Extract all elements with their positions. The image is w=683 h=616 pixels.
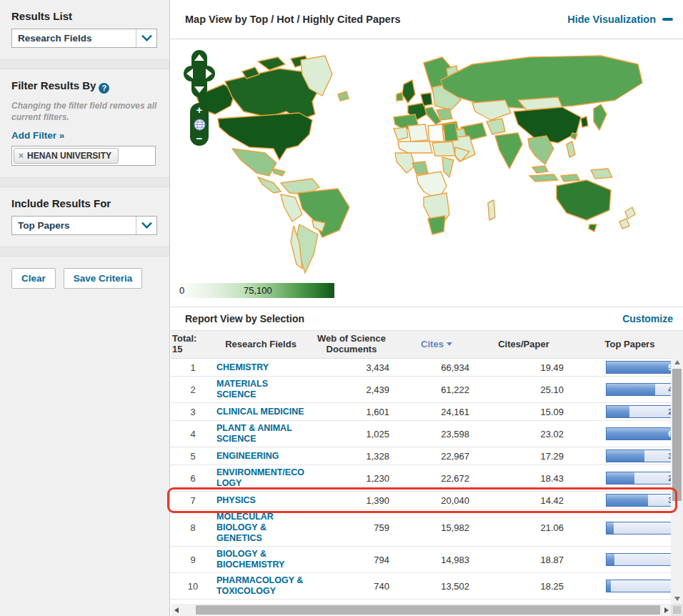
row-docs: 1,025 bbox=[306, 421, 397, 447]
table-row: 5 ENGINEERING 1,328 22,967 17.29 33 bbox=[171, 447, 683, 465]
row-cites: 20,040 bbox=[397, 492, 477, 510]
row-cpp: 19.49 bbox=[477, 359, 571, 377]
results-list-section: Results List Research Fields bbox=[0, 0, 169, 59]
zoom-out-button[interactable]: − bbox=[196, 134, 203, 144]
egypt-shape bbox=[444, 123, 458, 141]
field-link[interactable]: MATERIALS SCIENCE bbox=[216, 379, 305, 400]
report-view-title: Report View by Selection bbox=[185, 313, 304, 324]
east-africa-shape bbox=[442, 157, 454, 177]
row-rank: 10 bbox=[171, 573, 215, 600]
scroll-down-arrow[interactable] bbox=[671, 594, 683, 604]
table-row: 2 MATERIALS SCIENCE 2,439 61,222 25.10 4… bbox=[171, 377, 683, 403]
pan-up-icon[interactable] bbox=[194, 54, 204, 61]
field-link[interactable]: PLANT & ANIMAL SCIENCE bbox=[216, 423, 305, 444]
row-docs: 1,230 bbox=[306, 465, 397, 492]
field-link[interactable]: BIOLOGY & BIOCHEMISTRY bbox=[216, 549, 305, 570]
minus-icon bbox=[662, 18, 673, 21]
field-link[interactable]: CLINICAL MEDICINE bbox=[216, 407, 305, 417]
row-rank: 1 bbox=[171, 359, 215, 377]
field-link[interactable]: ENGINEERING bbox=[216, 451, 305, 462]
chevron-down-icon[interactable] bbox=[136, 29, 156, 47]
row-rank: 6 bbox=[171, 465, 215, 492]
field-link[interactable]: MOLECULAR BIOLOGY & GENETICS bbox=[216, 512, 305, 544]
table-vertical-scrollbar[interactable] bbox=[671, 357, 683, 604]
sort-desc-icon bbox=[447, 342, 452, 346]
table-row: 1 CHEMISTRY 3,434 66,934 19.49 57 bbox=[171, 359, 683, 377]
scrollbar-corner bbox=[671, 604, 683, 616]
filter-tag-label: HENAN UNIVERSITY bbox=[27, 151, 111, 161]
row-rank: 4 bbox=[171, 421, 215, 447]
table-row: 4 PLANT & ANIMAL SCIENCE 1,025 23,598 23… bbox=[171, 421, 683, 447]
sidebar: Results List Research Fields Filter Resu… bbox=[0, 0, 170, 616]
filter-heading: Filter Results By? bbox=[11, 79, 158, 94]
help-icon[interactable]: ? bbox=[99, 83, 109, 94]
row-docs: 1,328 bbox=[306, 447, 397, 465]
vertical-scrollbar-thumb[interactable] bbox=[672, 369, 682, 501]
results-list-dropdown[interactable]: Research Fields bbox=[11, 29, 157, 48]
field-link[interactable]: PHARMACOLOGY & TOXICOLOGY bbox=[216, 575, 305, 597]
column-header-wos-documents[interactable]: Web of Science Documents bbox=[306, 331, 397, 359]
globe-icon[interactable] bbox=[194, 119, 206, 131]
sahel-shape bbox=[398, 141, 432, 153]
column-header-research-fields[interactable]: Research Fields bbox=[215, 331, 306, 359]
top-papers-bar-fill bbox=[607, 362, 672, 373]
remove-filter-icon[interactable]: × bbox=[19, 151, 24, 161]
table-row: 3 CLINICAL MEDICINE 1,601 24,161 15.09 2… bbox=[171, 403, 683, 421]
row-docs: 1,390 bbox=[306, 492, 397, 510]
save-criteria-button[interactable]: Save Criteria bbox=[64, 268, 143, 289]
field-link[interactable]: CHEMISTRY bbox=[216, 362, 305, 373]
esi-results-page: Results List Research Fields Filter Resu… bbox=[0, 0, 683, 616]
zoom-in-button[interactable]: + bbox=[196, 105, 203, 115]
clear-button[interactable]: Clear bbox=[11, 268, 56, 289]
filter-tag-box: ×HENAN UNIVERSITY bbox=[11, 146, 156, 166]
map-legend: 0 75,100 bbox=[176, 283, 334, 298]
row-cites: 14,983 bbox=[397, 547, 477, 573]
hide-visualization-link[interactable]: Hide Visualization bbox=[567, 14, 673, 25]
row-cpp: 21.06 bbox=[477, 510, 571, 547]
report-table-body: 1 CHEMISTRY 3,434 66,934 19.49 57 2 MATE… bbox=[171, 359, 683, 600]
row-rank: 8 bbox=[171, 510, 215, 547]
scroll-left-arrow[interactable] bbox=[171, 604, 181, 616]
field-link[interactable]: ENVIRONMENT/ECOLOGY bbox=[216, 467, 305, 489]
horizontal-scrollbar[interactable] bbox=[171, 604, 672, 616]
row-cpp: 17.29 bbox=[477, 447, 571, 465]
row-docs: 740 bbox=[306, 573, 397, 600]
include-results-heading: Include Results For bbox=[11, 197, 158, 209]
column-header-cites-per-paper[interactable]: Cites/Paper bbox=[477, 331, 571, 359]
row-docs: 1,601 bbox=[306, 403, 397, 421]
world-map[interactable] bbox=[172, 40, 681, 282]
map-zoom-control: + − bbox=[190, 103, 209, 146]
pan-right-icon[interactable] bbox=[206, 69, 212, 79]
column-header-top-papers[interactable]: Top Papers bbox=[571, 331, 683, 359]
top-papers-bar: 24 bbox=[606, 472, 680, 485]
add-filter-link[interactable]: Add Filter » bbox=[11, 130, 64, 141]
pan-down-icon[interactable] bbox=[194, 86, 204, 93]
top-papers-bar: 57 bbox=[606, 361, 680, 374]
kazakhstan-shape bbox=[472, 100, 511, 120]
map-pan-control[interactable] bbox=[184, 50, 215, 97]
customize-link[interactable]: Customize bbox=[622, 313, 673, 324]
scroll-up-arrow[interactable] bbox=[671, 357, 683, 367]
top-papers-bar: 7 bbox=[606, 553, 680, 566]
scroll-right-arrow[interactable] bbox=[662, 604, 672, 616]
row-rank: 3 bbox=[171, 403, 215, 421]
filter-tag[interactable]: ×HENAN UNIVERSITY bbox=[14, 148, 119, 164]
south-africa-shape bbox=[428, 216, 445, 234]
column-header-cites[interactable]: Cites bbox=[397, 331, 477, 359]
top-papers-bar: 4 bbox=[606, 580, 680, 592]
malaysia-shape bbox=[532, 166, 548, 173]
row-rank: 2 bbox=[171, 377, 215, 403]
horizontal-scrollbar-thumb[interactable] bbox=[196, 605, 660, 615]
field-link[interactable]: PHYSICS bbox=[216, 495, 305, 506]
table-row: 8 MOLECULAR BIOLOGY & GENETICS 759 15,98… bbox=[171, 510, 683, 547]
pan-left-icon[interactable] bbox=[186, 69, 193, 79]
report-table-section: Total:15 Research Fields Web of Science … bbox=[171, 330, 672, 600]
row-rank: 7 bbox=[171, 492, 215, 510]
row-cpp: 18.87 bbox=[477, 547, 571, 573]
top-papers-bar-fill bbox=[607, 522, 614, 534]
top-papers-bar-fill bbox=[607, 472, 634, 484]
chevron-down-icon[interactable] bbox=[136, 217, 156, 234]
include-results-dropdown[interactable]: Top Papers bbox=[11, 216, 157, 235]
philippines-shape bbox=[567, 141, 575, 157]
results-list-heading: Results List bbox=[11, 10, 158, 22]
